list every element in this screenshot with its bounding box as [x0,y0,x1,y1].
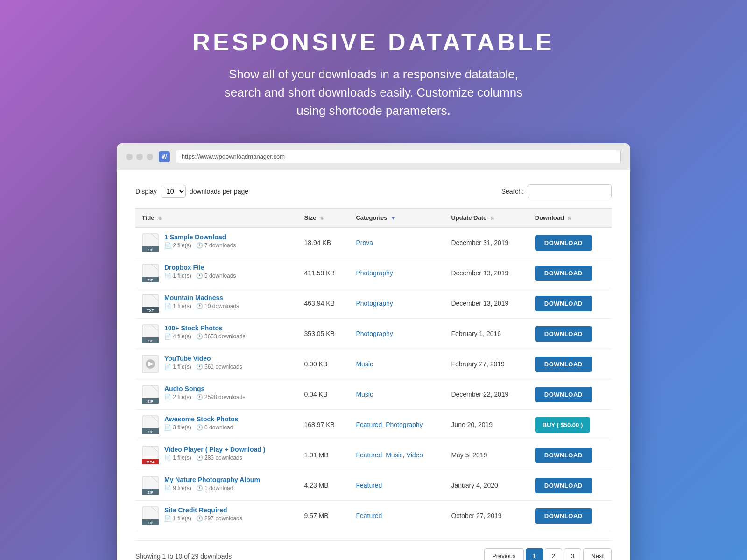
file-icon: ZIP [142,233,159,252]
category-link[interactable]: Video [407,451,423,459]
date-cell: January 4, 2020 [444,470,528,501]
category-link[interactable]: Photography [356,269,393,277]
col-title[interactable]: Title ⇅ [135,208,297,227]
category-link[interactable]: Featured [356,482,382,489]
download-button[interactable]: DOWNLOAD [535,296,592,311]
title-link[interactable]: Audio Songs [164,385,204,392]
files-count: 📄 1 file(s) [164,364,191,370]
file-icon: TXT [142,294,159,313]
title-link[interactable]: Mountain Madness [164,294,223,301]
download-button[interactable]: DOWNLOAD [535,326,592,342]
title-meta: 📄 9 file(s) 🕐 1 download [164,485,260,491]
svg-text:ZIP: ZIP [148,490,154,495]
category-link[interactable]: Featured [356,512,382,519]
title-link[interactable]: Site Credit Required [164,506,227,514]
sort-icon-categories: ▼ [391,216,395,221]
title-info: Video Player ( Play + Download ) 📄 1 fil… [164,446,265,461]
buy-button[interactable]: BUY ( $50.00 ) [535,417,590,433]
col-categories[interactable]: Categories ▼ [349,208,444,227]
table-row: ZIP 100+ Stock Photos 📄 4 file(s) 🕐 3653… [135,319,612,349]
category-link[interactable]: Featured [356,421,382,428]
title-meta: 📄 1 file(s) 🕐 561 downloads [164,364,242,370]
title-cell: TXT Mountain Madness 📄 1 file(s) 🕐 10 do… [135,288,297,319]
page-title: RESPONSIVE DATATABLE [19,28,728,56]
categories-cell: Music [349,349,444,379]
action-cell: DOWNLOAD [529,319,612,349]
browser-logo-icon: W [159,151,170,162]
size-cell: 168.97 KB [297,410,349,440]
category-link[interactable]: Featured [356,451,382,459]
downloads-count: 🕐 1 download [196,485,233,491]
downloads-count: 🕐 3653 downloads [196,333,246,340]
title-link[interactable]: 100+ Stock Photos [164,324,223,332]
categories-cell: Photography [349,258,444,288]
dot-2 [136,154,143,160]
date-cell: December 13, 2019 [444,258,528,288]
action-cell: DOWNLOAD [529,288,612,319]
category-link[interactable]: Photography [356,300,393,307]
col-update-date[interactable]: Update Date ⇅ [444,208,528,227]
files-count: 📄 1 file(s) [164,515,191,522]
title-link[interactable]: YouTube Video [164,355,211,362]
title-info: Audio Songs 📄 2 file(s) 🕐 2598 downloads [164,385,245,400]
page-2-button[interactable]: 2 [545,548,562,560]
browser-url-bar[interactable]: https://www.wpdownloadmanager.com [176,150,621,163]
table-row: ZIP Awesome Stock Photos 📄 3 file(s) 🕐 0… [135,410,612,440]
svg-text:ZIP: ZIP [148,521,154,525]
title-cell: ZIP My Nature Photography Album 📄 9 file… [135,470,297,501]
display-select[interactable]: 10 25 50 [161,185,186,198]
category-link[interactable]: Photography [386,421,423,428]
date-cell: December 13, 2019 [444,288,528,319]
title-link[interactable]: My Nature Photography Album [164,476,260,483]
search-label: Search: [501,188,524,195]
category-link[interactable]: Music [386,451,403,459]
svg-text:ZIP: ZIP [148,248,154,252]
title-cell: ZIP Dropbox File 📄 1 file(s) 🕐 5 downloa… [135,258,297,288]
download-button[interactable]: DOWNLOAD [535,508,592,524]
title-cell: ZIP Audio Songs 📄 2 file(s) 🕐 2598 downl… [135,379,297,410]
category-link[interactable]: Prova [356,239,373,246]
title-info: Awesome Stock Photos 📄 3 file(s) 🕐 0 dow… [164,415,238,431]
download-button[interactable]: DOWNLOAD [535,357,592,372]
date-cell: December 31, 2019 [444,227,528,258]
download-button[interactable]: DOWNLOAD [535,478,592,493]
title-link[interactable]: Dropbox File [164,264,204,271]
date-cell: December 22, 2019 [444,379,528,410]
file-icon: ZIP [142,264,159,282]
title-meta: 📄 1 file(s) 🕐 10 downloads [164,303,239,309]
title-link[interactable]: 1 Sample Download [164,233,226,241]
search-input[interactable] [528,184,612,198]
showing-text: Showing 1 to 10 of 29 downloads [135,553,232,560]
table-row: ZIP My Nature Photography Album 📄 9 file… [135,470,612,501]
title-link[interactable]: Video Player ( Play + Download ) [164,446,265,453]
files-count: 📄 4 file(s) [164,333,191,340]
next-button[interactable]: Next [583,548,612,560]
col-size[interactable]: Size ⇅ [297,208,349,227]
downloads-count: 🕐 0 download [196,424,233,431]
sort-icon-download: ⇅ [567,216,571,221]
files-count: 📄 9 file(s) [164,485,191,491]
title-meta: 📄 1 file(s) 🕐 285 downloads [164,455,265,461]
category-link[interactable]: Music [356,360,373,368]
col-download[interactable]: Download ⇅ [529,208,612,227]
downloads-table: Title ⇅ Size ⇅ Categories ▼ Update Date … [135,208,612,531]
download-button[interactable]: DOWNLOAD [535,235,592,251]
category-link[interactable]: Photography [356,330,393,337]
prev-button[interactable]: Previous [484,548,524,560]
files-count: 📄 2 file(s) [164,242,191,249]
category-link[interactable]: Music [356,391,373,398]
title-cell: ZIP Awesome Stock Photos 📄 3 file(s) 🕐 0… [135,410,297,440]
categories-cell: Music [349,379,444,410]
pagination: Previous 1 2 3 Next [484,548,612,560]
download-button[interactable]: DOWNLOAD [535,448,592,463]
size-cell: 9.57 MB [297,501,349,531]
date-cell: February 27, 2019 [444,349,528,379]
page-1-button[interactable]: 1 [526,548,543,560]
table-row: ZIP Dropbox File 📄 1 file(s) 🕐 5 downloa… [135,258,612,288]
download-button[interactable]: DOWNLOAD [535,266,592,281]
files-count: 📄 2 file(s) [164,394,191,400]
page-3-button[interactable]: 3 [564,548,581,560]
download-button[interactable]: DOWNLOAD [535,387,592,402]
size-cell: 1.01 MB [297,440,349,470]
title-link[interactable]: Awesome Stock Photos [164,415,238,423]
